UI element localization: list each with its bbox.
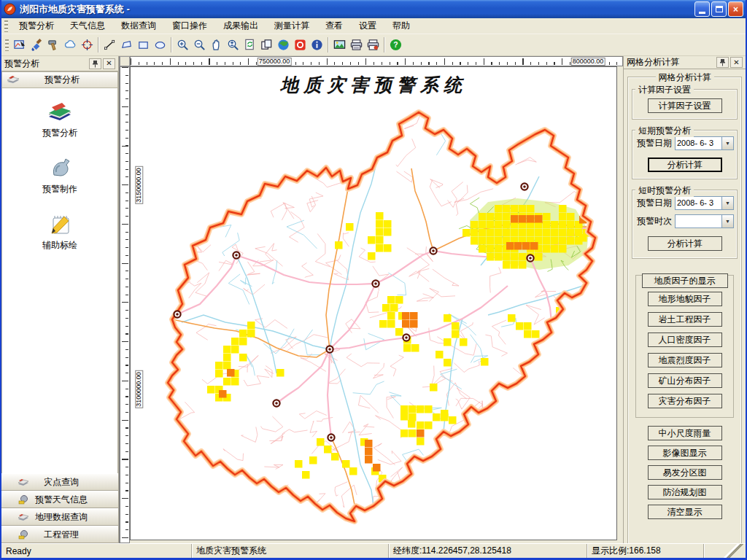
right-panel-close-icon[interactable]: ✕ — [730, 57, 743, 68]
warning-cell — [471, 237, 479, 245]
image-view-icon[interactable] — [331, 36, 348, 53]
warning-cell — [384, 220, 392, 228]
factor-button-1[interactable]: 岩土工程因子 — [648, 312, 722, 327]
factor-button-3[interactable]: 地震烈度因子 — [648, 353, 722, 368]
display-button-4[interactable]: 清空显示 — [648, 505, 722, 519]
high-warning-cell — [530, 242, 538, 250]
hammer-icon[interactable] — [45, 36, 62, 53]
help-icon[interactable]: ? — [387, 36, 404, 53]
warning-cell — [503, 205, 511, 213]
menu-item-5[interactable]: 测量计算 — [266, 18, 317, 34]
draw-rect-icon[interactable] — [135, 36, 152, 53]
left-panel-item-1[interactable]: 预警制作 — [42, 156, 77, 195]
menu-item-3[interactable]: 窗口操作 — [164, 18, 215, 34]
resize-grip[interactable] — [704, 544, 746, 558]
display-button-3[interactable]: 防治规划图 — [648, 485, 722, 499]
map-page[interactable]: 地质灾害预警系统 — [130, 66, 617, 540]
left-panel-close-icon[interactable]: ✕ — [103, 58, 115, 69]
warning-cell — [524, 322, 532, 330]
display-button-0[interactable]: 中小尺度雨量 — [648, 426, 722, 440]
pin-icon[interactable] — [716, 57, 729, 68]
ruler-corner — [120, 56, 130, 66]
warning-cell — [231, 346, 239, 354]
high-warning-cell — [511, 215, 519, 223]
zoom-extent-icon[interactable] — [225, 36, 241, 53]
zoom-in-icon[interactable] — [174, 36, 191, 53]
menu-item-8[interactable]: 帮助 — [384, 18, 418, 34]
warning-cell — [239, 330, 247, 338]
left-panel-bar-3[interactable]: 工程管理 — [1, 526, 118, 543]
left-panel-bar-1[interactable]: 预警天气信息 — [1, 491, 118, 508]
zoom-out-icon[interactable] — [191, 36, 208, 53]
menu-grip[interactable] — [4, 20, 8, 32]
left-panel-section-header[interactable]: 预警分析 — [1, 71, 118, 88]
toolbar-grip[interactable] — [5, 39, 9, 51]
refresh-icon[interactable] — [241, 36, 258, 53]
vertical-ruler: 3150000.003100000.00 — [120, 66, 130, 543]
display-button-1[interactable]: 影像图显示 — [648, 446, 722, 460]
short-time-analyze-button[interactable]: 分析计算 — [648, 236, 722, 251]
warning-cell — [503, 261, 511, 269]
warning-cell — [479, 229, 487, 237]
pin-icon[interactable] — [89, 58, 101, 69]
print-icon[interactable] — [348, 36, 365, 53]
menu-item-2[interactable]: 数据查询 — [113, 18, 164, 34]
chevron-down-icon[interactable]: ▼ — [721, 215, 733, 228]
globe-icon[interactable] — [275, 36, 292, 53]
chevron-down-icon[interactable]: ▼ — [721, 137, 733, 149]
short-term-date-combo[interactable]: 2008- 6- 3 ▼ — [675, 136, 734, 150]
pan-hand-icon[interactable] — [208, 36, 225, 53]
print-setup-icon[interactable] — [365, 36, 382, 53]
draw-polygon-icon[interactable] — [118, 36, 135, 53]
minimize-button[interactable] — [694, 1, 710, 17]
factor-settings-button[interactable]: 计算因子设置 — [648, 98, 722, 113]
warning-cell — [564, 346, 572, 354]
warning-cell — [479, 213, 487, 221]
groupbox-title: 网格分析计算 — [656, 71, 714, 84]
factor-button-0[interactable]: 地形地貌因子 — [648, 292, 722, 306]
center-target-icon[interactable] — [79, 36, 96, 53]
left-panel-bar-0[interactable]: 灾点查询 — [1, 473, 118, 491]
left-panel-bar-2[interactable]: 地理数据查询 — [1, 508, 118, 526]
map-canvas[interactable] — [131, 67, 616, 540]
short-time-date-combo[interactable]: 2008- 6- 3 ▼ — [675, 196, 734, 210]
grid-analysis-groupbox: 网格分析计算 计算因子设置 计算因子设置 短期预警分析 预警日期 2008- 6… — [627, 77, 742, 545]
menu-item-4[interactable]: 成果输出 — [215, 18, 266, 34]
paint-icon[interactable] — [28, 36, 45, 53]
restore-button[interactable] — [711, 1, 727, 17]
menu-item-6[interactable]: 查看 — [317, 18, 351, 34]
short-time-label: 短时预警分析 — [635, 184, 694, 197]
menu-item-1[interactable]: 天气信息 — [62, 18, 113, 34]
warning-cell — [376, 228, 384, 236]
copy-layers-icon[interactable] — [258, 36, 275, 53]
warning-cell — [503, 213, 511, 221]
info-icon[interactable] — [309, 36, 325, 53]
short-time-group: 短时预警分析 预警日期 2008- 6- 3 ▼ 预警时次 — [632, 190, 738, 259]
factor-button-5[interactable]: 灾害分布因子 — [648, 394, 722, 408]
chevron-down-icon[interactable]: ▼ — [721, 197, 733, 209]
warning-cell — [516, 322, 524, 330]
warning-cell — [223, 354, 231, 362]
factor-button-2[interactable]: 人口密度因子 — [648, 332, 722, 347]
close-button[interactable]: × — [728, 1, 743, 17]
left-panel-item-2[interactable]: 辅助标绘 — [42, 212, 77, 252]
draw-line-icon[interactable] — [101, 36, 118, 53]
short-term-analyze-button[interactable]: 分析计算 — [648, 158, 722, 172]
warning-cell — [495, 205, 503, 213]
warning-cell — [390, 304, 398, 312]
short-time-period-combo[interactable]: ▼ — [675, 214, 734, 228]
draw-ellipse-icon[interactable] — [152, 36, 169, 53]
cloud-icon[interactable] — [62, 36, 79, 53]
factor-button-4[interactable]: 矿山分布因子 — [648, 373, 722, 388]
warning-cell — [479, 237, 487, 245]
map-edit-icon[interactable] — [12, 36, 28, 53]
geo-factors-display-button[interactable]: 地质因子的显示 — [642, 273, 728, 288]
menu-item-7[interactable]: 设置 — [351, 18, 384, 34]
title-bar: 浏阳市地质灾害预警系统 - × — [1, 0, 746, 18]
menu-item-0[interactable]: 预警分析 — [11, 18, 62, 34]
display-button-2[interactable]: 易发分区图 — [648, 465, 722, 480]
stop-icon[interactable] — [292, 36, 309, 53]
item-icon — [47, 156, 73, 179]
left-panel-item-0[interactable]: 预警分析 — [42, 100, 77, 139]
item-icon — [47, 100, 73, 123]
